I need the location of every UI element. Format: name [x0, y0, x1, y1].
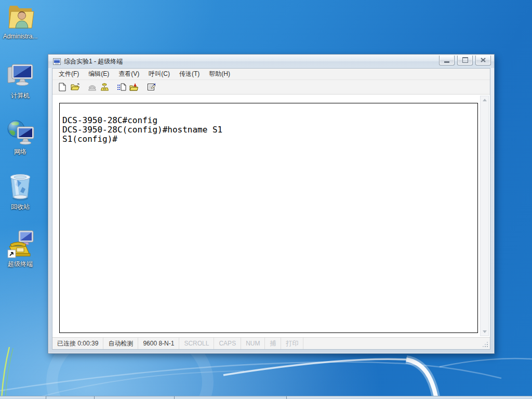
open-icon	[70, 83, 80, 91]
title-bar[interactable]: 综合实验1 - 超级终端	[48, 55, 494, 68]
receive-file-icon	[129, 83, 139, 91]
minimize-button[interactable]	[439, 56, 455, 65]
status-caps: CAPS	[214, 338, 241, 349]
desktop-icon-label: Administra...	[3, 33, 38, 40]
desktop-icon-recycle-bin[interactable]: 回收站	[0, 171, 41, 210]
call-button	[86, 81, 98, 93]
window-client-area: 文件(F) 编辑(E) 查看(V) 呼叫(C) 传送(T) 帮助(H)	[52, 68, 490, 350]
status-detection: 自动检测	[103, 338, 138, 349]
taskbar-item[interactable]	[174, 396, 287, 399]
menu-transfer[interactable]: 传送(T)	[175, 69, 204, 79]
terminal-line: DCS-3950-28C#config	[62, 116, 475, 125]
send-button[interactable]	[115, 81, 128, 93]
status-print: 打印	[281, 338, 303, 349]
window-title: 综合实验1 - 超级终端	[64, 57, 439, 66]
status-capture: 捕	[265, 338, 281, 349]
new-file-icon	[58, 83, 66, 91]
terminal-line: S1(config)#	[62, 135, 475, 144]
desktop-icon-label: 回收站	[11, 203, 30, 210]
terminal-line: DCS-3950-28C(config)#hostname S1	[62, 125, 475, 135]
resize-grip-icon[interactable]	[487, 346, 488, 347]
send-file-icon	[117, 83, 126, 91]
receive-button[interactable]	[128, 81, 140, 93]
menu-view[interactable]: 查看(V)	[114, 69, 144, 79]
disconnect-icon	[100, 83, 109, 91]
call-icon	[88, 83, 97, 91]
user-folder-icon	[6, 2, 35, 32]
terminal-view: DCS-3950-28C#config DCS-3950-28C(config)…	[52, 95, 490, 337]
status-scroll: SCROLL	[179, 338, 214, 349]
toolbar	[52, 80, 490, 95]
hyperterminal-window: 综合实验1 - 超级终端 文件(F) 编辑(E) 查看(V) 呼叫(C) 传送(…	[48, 54, 495, 354]
desktop-icon-network[interactable]: 网络	[0, 117, 41, 155]
menu-help[interactable]: 帮助(H)	[204, 69, 235, 79]
taskbar-item[interactable]	[94, 396, 175, 399]
hyperterminal-icon	[5, 229, 35, 260]
desktop-icon-administrator[interactable]: Administra...	[0, 2, 41, 40]
status-settings: 9600 8-N-1	[138, 338, 179, 349]
recycle-bin-icon	[7, 171, 34, 203]
desktop-icon-label: 超级终端	[8, 260, 33, 268]
terminal-screen[interactable]: DCS-3950-28C#config DCS-3950-28C(config)…	[59, 103, 478, 333]
properties-icon	[147, 83, 156, 91]
menu-edit[interactable]: 编辑(E)	[84, 69, 114, 79]
scroll-up-button[interactable]	[481, 96, 488, 104]
menu-file[interactable]: 文件(F)	[54, 69, 84, 79]
desktop: Administra... 计算机	[0, 0, 532, 399]
open-button[interactable]	[69, 81, 81, 93]
close-button[interactable]	[475, 56, 491, 65]
scroll-down-button[interactable]	[481, 328, 488, 336]
desktop-icon-computer[interactable]: 计算机	[0, 61, 41, 99]
new-connection-button[interactable]	[56, 81, 69, 93]
status-connection: 已连接 0:00:39	[52, 338, 103, 349]
maximize-icon	[462, 57, 468, 63]
status-bar: 已连接 0:00:39 自动检测 9600 8-N-1 SCROLL CAPS …	[52, 337, 490, 349]
menu-call[interactable]: 呼叫(C)	[144, 69, 175, 79]
network-icon	[6, 117, 35, 148]
taskbar[interactable]	[0, 396, 532, 399]
arrow-down-icon	[483, 330, 487, 333]
desktop-icon-label: 计算机	[11, 92, 30, 99]
app-icon	[53, 58, 61, 65]
taskbar-item[interactable]	[46, 396, 95, 399]
close-icon	[481, 58, 486, 62]
minimize-icon	[444, 61, 449, 63]
desktop-icon-hyperterminal[interactable]: 超级终端	[0, 229, 41, 268]
desktop-icon-label: 网络	[14, 148, 26, 155]
disconnect-button[interactable]	[98, 81, 111, 93]
status-num: NUM	[241, 338, 265, 349]
maximize-button[interactable]	[457, 56, 473, 65]
properties-button[interactable]	[145, 81, 157, 93]
computer-icon	[6, 61, 35, 91]
vertical-scrollbar[interactable]	[480, 96, 489, 336]
menu-bar: 文件(F) 编辑(E) 查看(V) 呼叫(C) 传送(T) 帮助(H)	[52, 69, 490, 80]
arrow-up-icon	[483, 99, 487, 101]
